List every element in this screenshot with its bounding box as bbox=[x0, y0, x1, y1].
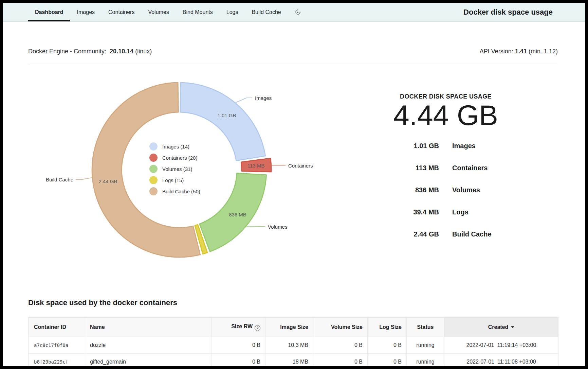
tab-logs[interactable]: Logs bbox=[220, 3, 245, 21]
api-min-version: (min. 1.12) bbox=[529, 48, 558, 55]
col-container-id[interactable]: Container ID bbox=[29, 318, 85, 337]
images-callout-line bbox=[236, 98, 252, 103]
legend-item-build-cache[interactable]: Build Cache (50) bbox=[149, 187, 200, 195]
volumes-callout-line bbox=[246, 226, 265, 227]
col-image-size[interactable]: Image Size bbox=[265, 318, 313, 337]
col-created[interactable]: Created bbox=[444, 318, 558, 337]
usage-row-containers: 113 MB Containers bbox=[368, 157, 524, 179]
table-header-row: Container ID Name Size RW? Image Size Vo… bbox=[29, 318, 558, 337]
status-cell: running bbox=[407, 337, 444, 354]
api-version-text: API Version: 1.41 (min. 1.12) bbox=[480, 47, 558, 56]
app-title: Docker disk space usage bbox=[463, 3, 585, 21]
usage-row-images: 1.01 GB Images bbox=[368, 135, 524, 157]
tab-build-cache[interactable]: Build Cache bbox=[245, 3, 288, 21]
containers-table-section: Disk space used by the docker containers… bbox=[28, 298, 558, 369]
volumes-callout-label: Volumes bbox=[268, 224, 288, 230]
table-row: a7c8c17f0f0a dozzle 0 B 10.3 MB 0 B 0 B … bbox=[29, 337, 558, 354]
log-size-cell: 0 B bbox=[368, 337, 407, 354]
containers-legend-swatch bbox=[149, 154, 158, 162]
containers-table: Container ID Name Size RW? Image Size Vo… bbox=[28, 317, 558, 369]
build-cache-callout-label: Build Cache bbox=[46, 177, 73, 182]
container-name-cell: dozzle bbox=[85, 337, 212, 354]
image-size-cell: 18 MB bbox=[265, 354, 313, 369]
docker-disk-usage-app: Dashboard Images Containers Volumes Bind… bbox=[0, 0, 588, 369]
disk-usage-chart-area: 1.01 GB 113 MB 836 MB 2.44 GB Images Con… bbox=[28, 64, 557, 299]
legend-item-containers[interactable]: Containers (20) bbox=[149, 154, 200, 162]
images-callout-label: Images bbox=[255, 95, 272, 101]
size-rw-cell: 0 B bbox=[212, 337, 265, 354]
engine-info-row: Docker Engine - Community: 20.10.14 (lin… bbox=[28, 47, 558, 56]
legend-item-volumes[interactable]: Volumes (31) bbox=[149, 165, 200, 173]
logs-legend-swatch bbox=[149, 176, 158, 184]
col-status[interactable]: Status bbox=[407, 318, 444, 337]
engine-platform: (linux) bbox=[135, 48, 152, 55]
col-log-size[interactable]: Log Size bbox=[368, 318, 407, 337]
tab-volumes[interactable]: Volumes bbox=[141, 3, 176, 21]
container-name-cell: gifted_germain bbox=[85, 354, 212, 369]
volume-size-cell: 0 B bbox=[313, 337, 368, 354]
build-cache-legend-swatch bbox=[149, 187, 158, 195]
images-legend-swatch bbox=[149, 142, 158, 151]
usage-rows: 1.01 GB Images 113 MB Containers 836 MB … bbox=[368, 135, 524, 245]
volumes-size-label: 836 MB bbox=[229, 212, 246, 217]
containers-table-title: Disk space used by the docker containers bbox=[28, 298, 558, 308]
tab-containers[interactable]: Containers bbox=[102, 3, 141, 21]
size-rw-help-icon[interactable]: ? bbox=[255, 325, 260, 331]
tab-dashboard[interactable]: Dashboard bbox=[28, 3, 70, 21]
created-cell: 2022-07-01 11:19:14 +03:00 bbox=[444, 337, 558, 354]
containers-size-label: 113 MB bbox=[247, 163, 265, 169]
usage-total: 4.44 GB bbox=[368, 98, 524, 132]
created-cell: 2022-07-01 11:11:08 +03:00 bbox=[444, 354, 558, 369]
engine-version-text: Docker Engine - Community: 20.10.14 (lin… bbox=[28, 47, 152, 56]
usage-row-volumes: 836 MB Volumes bbox=[368, 179, 524, 201]
status-cell: running bbox=[407, 354, 444, 369]
col-name[interactable]: Name bbox=[85, 318, 212, 337]
legend-item-logs[interactable]: Logs (15) bbox=[149, 176, 200, 184]
usage-row-logs: 39.4 MB Logs bbox=[368, 201, 524, 223]
log-size-cell: 0 B bbox=[368, 354, 407, 369]
usage-row-build-cache: 2.44 GB Build Cache bbox=[368, 223, 524, 245]
chart-legend: Images (14) Containers (20) Volumes (31)… bbox=[149, 142, 200, 195]
top-nav: Dashboard Images Containers Volumes Bind… bbox=[3, 3, 585, 22]
sort-desc-icon bbox=[511, 326, 514, 328]
moon-icon bbox=[295, 9, 301, 15]
container-id-cell: a7c8c17f0f0a bbox=[29, 337, 85, 354]
size-rw-cell: 0 B bbox=[212, 354, 265, 369]
images-size-label: 1.01 GB bbox=[217, 112, 236, 118]
image-size-cell: 10.3 MB bbox=[265, 337, 313, 354]
engine-version: 20.10.14 bbox=[110, 48, 133, 55]
legend-item-images[interactable]: Images (14) bbox=[149, 142, 200, 151]
containers-callout-label: Containers bbox=[288, 163, 313, 169]
col-size-rw[interactable]: Size RW? bbox=[212, 318, 265, 337]
tab-bind-mounts[interactable]: Bind Mounts bbox=[176, 3, 220, 21]
volumes-legend-swatch bbox=[149, 165, 158, 173]
container-id-cell: b8f29ba229cf bbox=[29, 354, 85, 369]
col-volume-size[interactable]: Volume Size bbox=[313, 318, 368, 337]
table-row: b8f29ba229cf gifted_germain 0 B 18 MB 0 … bbox=[29, 354, 558, 369]
build-cache-size-label: 2.44 GB bbox=[98, 178, 117, 184]
api-version: 1.41 bbox=[515, 48, 527, 55]
volume-size-cell: 0 B bbox=[313, 354, 368, 369]
tab-images[interactable]: Images bbox=[70, 3, 102, 21]
dark-mode-toggle[interactable] bbox=[288, 3, 308, 21]
build-cache-callout-line bbox=[76, 178, 92, 179]
